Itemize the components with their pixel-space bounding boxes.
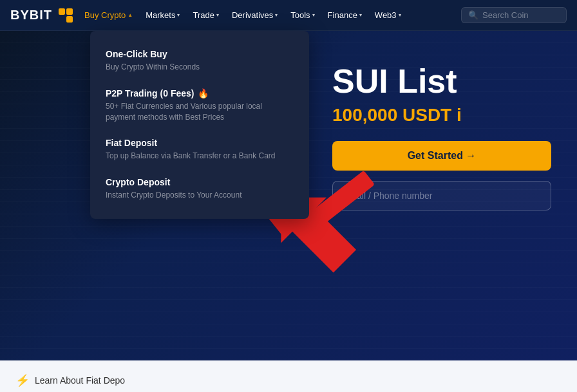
nav-item-trade[interactable]: Trade ▾ [186, 0, 225, 31]
logo-text: BYBIT [10, 8, 52, 23]
buy-crypto-dropdown: One-Click Buy Buy Crypto Within Seconds … [90, 31, 309, 219]
dropdown-item-one-click-buy[interactable]: One-Click Buy Buy Crypto Within Seconds [90, 41, 309, 80]
dropdown-item-crypto-deposit[interactable]: Crypto Deposit Instant Crypto Deposits t… [90, 169, 309, 209]
chevron-down-icon: ▾ [359, 12, 362, 18]
nav-item-derivatives[interactable]: Derivatives ▾ [225, 0, 284, 31]
nav-item-web3[interactable]: Web3 ▾ [368, 0, 408, 31]
dropdown-item-fiat-deposit[interactable]: Fiat Deposit Top up Balance via Bank Tra… [90, 130, 309, 169]
nav-items: Buy Crypto ▲ Markets ▾ Trade ▾ Derivativ… [78, 0, 461, 31]
dropdown-item-title: P2P Trading (0 Fees) 🔥 [106, 88, 294, 98]
dropdown-item-p2p[interactable]: P2P Trading (0 Fees) 🔥 50+ Fiat Currenci… [90, 80, 309, 131]
dropdown-item-desc: Buy Crypto Within Seconds [106, 62, 294, 73]
dropdown-item-title: Crypto Deposit [106, 177, 294, 187]
lightning-icon: ⚡ [15, 373, 30, 387]
search-input[interactable] [482, 10, 560, 20]
chevron-down-icon: ▲ [128, 12, 133, 18]
dropdown-item-desc: Instant Crypto Deposits to Your Account [106, 190, 294, 201]
fiat-deposit-label: Learn About Fiat Depo [35, 375, 125, 386]
search-icon: 🔍 [468, 10, 478, 20]
nav-item-buy-crypto[interactable]: Buy Crypto ▲ [78, 0, 139, 31]
chevron-down-icon: ▾ [177, 12, 180, 18]
fiat-deposit-link[interactable]: ⚡ Learn About Fiat Depo [15, 373, 125, 387]
nav-item-markets[interactable]: Markets ▾ [139, 0, 186, 31]
chevron-down-icon: ▾ [275, 12, 278, 18]
logo[interactable]: BYBIT [10, 8, 73, 23]
logo-icon [59, 8, 73, 23]
chevron-down-icon: ▾ [216, 12, 219, 18]
dropdown-item-desc: 50+ Fiat Currencies and Various popular … [106, 101, 294, 123]
nav-item-finance[interactable]: Finance ▾ [321, 0, 368, 31]
chevron-down-icon: ▾ [399, 12, 401, 18]
dropdown-item-desc: Top up Balance via Bank Transfer or a Ba… [106, 151, 294, 162]
bottom-section: ⚡ Learn About Fiat Depo [0, 360, 577, 392]
hero-title: SUI List [332, 63, 551, 100]
search-bar[interactable]: 🔍 [461, 7, 567, 23]
dropdown-item-title: Fiat Deposit [106, 138, 294, 148]
navbar: BYBIT Buy Crypto ▲ Markets ▾ Trade ▾ Der… [0, 0, 577, 31]
fire-icon: 🔥 [198, 88, 209, 98]
hero-subtitle: 100,000 USDT i [332, 105, 551, 126]
chevron-down-icon: ▾ [312, 12, 315, 18]
dropdown-item-title: One-Click Buy [106, 49, 294, 59]
nav-item-tools[interactable]: Tools ▾ [284, 0, 321, 31]
